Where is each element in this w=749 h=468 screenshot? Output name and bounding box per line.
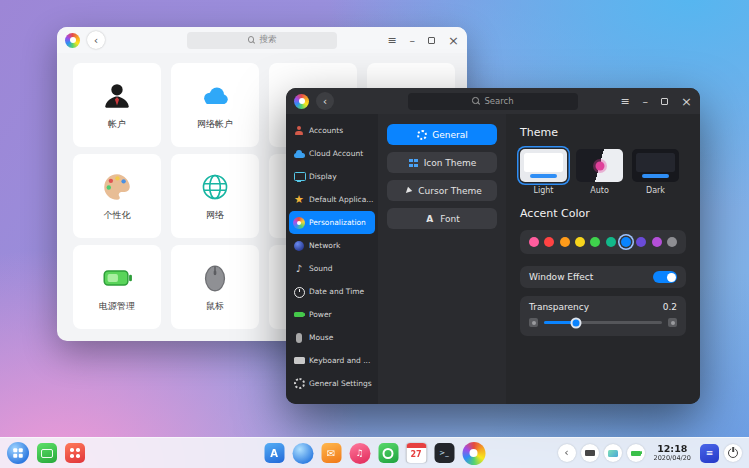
gear-icon <box>416 129 427 140</box>
search-placeholder: Search <box>484 96 513 106</box>
accent-color-3[interactable] <box>575 237 585 247</box>
subnav-label: General <box>432 130 467 140</box>
sidebar-item-mouse[interactable]: Mouse <box>289 326 375 349</box>
launcher-icon[interactable] <box>7 442 29 464</box>
sidebar-item-keyboard[interactable]: Keyboard and ... <box>289 349 375 372</box>
mail-icon[interactable] <box>321 443 341 463</box>
accent-color-8[interactable] <box>652 237 662 247</box>
window-effect-toggle[interactable] <box>653 271 677 283</box>
search-input[interactable]: Search <box>408 93 578 110</box>
accent-color-9[interactable] <box>667 237 677 247</box>
sound-icon <box>293 263 305 275</box>
wallpaper-tray-icon[interactable] <box>604 444 622 462</box>
maximize-icon[interactable] <box>661 98 668 105</box>
sidebar-item-date-and-time[interactable]: Date and Time <box>289 280 375 303</box>
chevron-left-icon[interactable] <box>558 444 576 462</box>
settings-card-label: 网络 <box>206 209 224 222</box>
battery-tray-icon[interactable] <box>627 444 645 462</box>
sidebar-item-label: Keyboard and ... <box>309 356 370 365</box>
accent-color-heading: Accent Color <box>520 207 686 220</box>
subnav-font[interactable]: Font <box>387 208 497 229</box>
sidebar-item-label: Sound <box>309 264 333 273</box>
menu-icon[interactable]: ≡ <box>620 96 629 107</box>
sidebar-item-personalization[interactable]: Personalization <box>289 211 375 234</box>
sidebar-item-label: Network <box>309 241 340 250</box>
close-icon[interactable]: × <box>448 34 459 47</box>
tray-icons <box>558 444 645 462</box>
clock[interactable]: 12:18 2020/04/20 <box>654 444 691 462</box>
settings-card-label: 个性化 <box>104 209 131 222</box>
transparency-slider[interactable] <box>529 318 677 327</box>
settings-card-accounts[interactable]: 帐户 <box>73 63 161 147</box>
gear-icon <box>293 378 305 390</box>
subnav-cursor-theme[interactable]: Cursor Theme <box>387 180 497 201</box>
settings-card-power[interactable]: 电源管理 <box>73 245 161 329</box>
slider-knob[interactable] <box>570 317 581 328</box>
accent-color-7[interactable] <box>636 237 646 247</box>
sidebar-item-power[interactable]: Power <box>289 303 375 326</box>
accent-color-1[interactable] <box>544 237 554 247</box>
sidebar-item-display[interactable]: Display <box>289 165 375 188</box>
power-icon[interactable] <box>724 444 742 462</box>
subnav-label: Cursor Theme <box>418 186 482 196</box>
accent-color-2[interactable] <box>560 237 570 247</box>
minimize-icon[interactable]: – <box>410 35 416 46</box>
app-grid-icon[interactable] <box>65 443 85 463</box>
sidebar-item-cloud-account[interactable]: Cloud Account <box>289 142 375 165</box>
music-icon[interactable] <box>349 443 370 464</box>
back-button[interactable]: ‹ <box>87 31 105 49</box>
theme-option-light[interactable]: Light <box>520 149 567 195</box>
app-logo-icon <box>294 94 309 109</box>
sidebar-item-general-settings[interactable]: General Settings <box>289 372 375 395</box>
taskbar-tray: 12:18 2020/04/20 <box>558 444 742 463</box>
photos-icon[interactable] <box>378 443 398 463</box>
accent-color-4[interactable] <box>590 237 600 247</box>
settings-card-cloud-account[interactable]: 网络帐户 <box>171 63 259 147</box>
sidebar-item-accounts[interactable]: Accounts <box>289 119 375 142</box>
sidebar-item-label: General Settings <box>309 379 372 388</box>
minimize-icon[interactable]: – <box>643 96 649 107</box>
sidebar-item-network[interactable]: Network <box>289 234 375 257</box>
subnav-label: Font <box>440 214 460 224</box>
subnav-general[interactable]: General <box>387 124 497 145</box>
browser-icon[interactable] <box>292 443 313 464</box>
sidebar-item-sound[interactable]: Sound <box>289 257 375 280</box>
control-center-window-en: ‹ Search ≡ – × AccountsCloud AccountDisp… <box>286 88 700 404</box>
control-center-icon[interactable] <box>462 442 485 465</box>
clock-icon <box>293 286 305 298</box>
cursor-icon <box>402 185 413 196</box>
accent-color-6[interactable] <box>621 237 631 247</box>
terminal-icon[interactable] <box>434 443 454 463</box>
slider-track[interactable] <box>544 321 662 324</box>
theme-preview-light <box>520 149 567 182</box>
notification-icon[interactable] <box>700 444 719 463</box>
accent-color-0[interactable] <box>529 237 539 247</box>
maximize-icon[interactable] <box>428 37 435 44</box>
search-input[interactable]: 搜索 <box>187 32 337 49</box>
theme-preview-dark <box>632 149 679 182</box>
theme-option-auto[interactable]: Auto <box>576 149 623 195</box>
settings-card-mouse[interactable]: 鼠标 <box>171 245 259 329</box>
calendar-icon[interactable]: 27 <box>406 443 426 463</box>
sidebar-item-label: Display <box>309 172 337 181</box>
app-store-icon[interactable] <box>264 443 284 463</box>
titlebar[interactable]: ‹ 搜索 ≡ – × <box>57 27 467 53</box>
sidebar-item-default-applications[interactable]: Default Applica... <box>289 188 375 211</box>
accent-color-row <box>520 230 686 254</box>
app-logo-icon <box>65 33 80 48</box>
file-manager-icon[interactable] <box>37 443 57 463</box>
keyboard-tray-icon[interactable] <box>581 444 599 462</box>
battery-icon <box>293 309 305 321</box>
accent-color-5[interactable] <box>606 237 616 247</box>
titlebar[interactable]: ‹ Search ≡ – × <box>286 88 700 114</box>
settings-card-network[interactable]: 网络 <box>171 154 259 238</box>
back-button[interactable]: ‹ <box>316 92 334 110</box>
close-icon[interactable]: × <box>681 95 692 108</box>
search-icon <box>472 97 480 105</box>
theme-options: LightAutoDark <box>520 149 686 195</box>
theme-option-dark[interactable]: Dark <box>632 149 679 195</box>
settings-card-personalization[interactable]: 个性化 <box>73 154 161 238</box>
menu-icon[interactable]: ≡ <box>387 35 396 46</box>
subnav-icon-theme[interactable]: Icon Theme <box>387 152 497 173</box>
window-effect-row: Window Effect <box>520 266 686 288</box>
